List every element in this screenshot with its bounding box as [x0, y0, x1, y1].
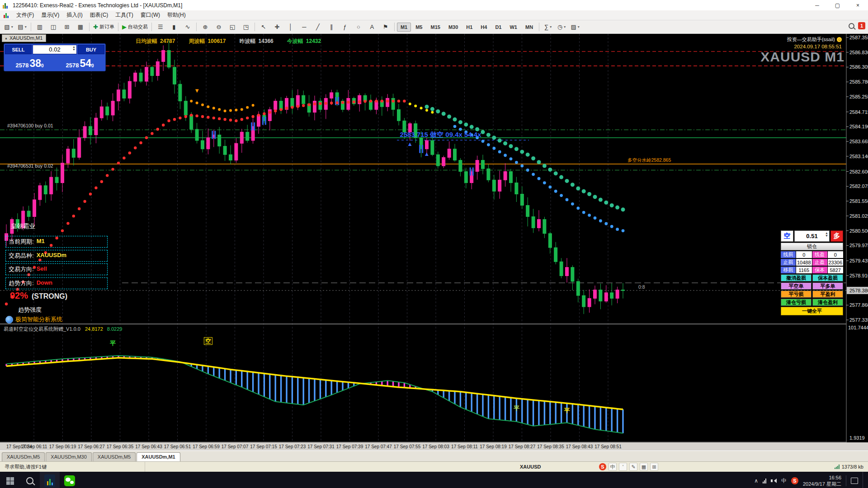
- chart-area[interactable]: #394706100 buy 0.01#394706531 buy 0.02▼▲…: [0, 34, 868, 450]
- cursor-button[interactable]: ↖: [257, 22, 270, 33]
- bar-chart-button[interactable]: ☰: [154, 22, 167, 33]
- profit-setting-button[interactable]: 止盈: [812, 259, 827, 266]
- close-all-button[interactable]: 一键全平: [781, 307, 843, 315]
- line-chart-button[interactable]: ∿: [181, 22, 194, 33]
- tile-windows-button[interactable]: ◱: [226, 22, 239, 33]
- indicators-button[interactable]: ∑▾: [542, 22, 554, 33]
- horizontal-line-button[interactable]: ─: [298, 22, 311, 33]
- menu-item-7[interactable]: 帮助(H): [164, 10, 189, 20]
- lot-down-icon[interactable]: ▼: [825, 235, 828, 237]
- ime-icon-2[interactable]: ': [619, 463, 627, 471]
- taskbar-search-button[interactable]: [20, 472, 40, 488]
- ask-price[interactable]: 2578540: [55, 55, 104, 70]
- loss-setting-button[interactable]: 线损: [781, 251, 796, 258]
- chart-symbol-tab[interactable]: ▲ XAUUSDm,M1: [2, 34, 46, 42]
- loss-setting-button[interactable]: 移损: [781, 267, 796, 273]
- tab-XAUUSDm,M1[interactable]: XAUUSDm,M1: [137, 452, 180, 461]
- menu-item-1[interactable]: 文件(F): [13, 10, 38, 20]
- timeframe-M1[interactable]: M1: [397, 23, 411, 32]
- buy-button[interactable]: BUY: [78, 45, 104, 54]
- timeframe-H4[interactable]: H4: [477, 23, 491, 32]
- lot-stepper[interactable]: 0.51 ▲▼: [794, 230, 830, 242]
- text-label-button[interactable]: A: [366, 22, 378, 33]
- loss-setting-button[interactable]: 止损: [781, 259, 796, 266]
- start-button[interactable]: [0, 472, 20, 488]
- timeframe-M30[interactable]: M30: [445, 23, 462, 32]
- network-icon[interactable]: [763, 479, 766, 483]
- volume-stepper[interactable]: 0.02 ▲▼: [33, 45, 77, 54]
- tab-XAUUSDm,M30[interactable]: XAUUSDm,M30: [46, 452, 91, 461]
- fibonacci-button[interactable]: ƒ: [339, 22, 351, 33]
- speaker-icon[interactable]: [771, 479, 777, 483]
- trade-action-button[interactable]: 平亏损: [781, 291, 811, 298]
- cascade-windows-button[interactable]: ◳: [240, 22, 252, 33]
- arrows-tool-button[interactable]: ⚑: [379, 22, 392, 33]
- data-window-button[interactable]: ◫: [47, 22, 60, 33]
- timeframe-M15[interactable]: M15: [427, 23, 443, 32]
- close-button[interactable]: ×: [848, 0, 868, 10]
- trade-action-button[interactable]: 撤消盈损: [781, 274, 811, 282]
- equidistant-channel-button[interactable]: ∥: [325, 22, 338, 33]
- taskbar-wechat-icon[interactable]: [60, 472, 80, 488]
- trade-action-button[interactable]: 平空单: [781, 282, 811, 290]
- ime-indicator[interactable]: 中: [781, 477, 787, 485]
- sell-button[interactable]: SELL: [5, 45, 32, 54]
- menu-item-2[interactable]: 显示(V): [38, 10, 63, 20]
- trendline-button[interactable]: ╱: [311, 22, 324, 33]
- periods-button[interactable]: ◷▾: [555, 22, 568, 33]
- timeframe-MN[interactable]: MN: [522, 23, 537, 32]
- navigator-button[interactable]: ⊞: [61, 22, 73, 33]
- search-icon[interactable]: [849, 23, 854, 29]
- market-watch-button[interactable]: ▥: [33, 22, 46, 33]
- timeframe-D1[interactable]: D1: [491, 23, 505, 32]
- autotrading-button[interactable]: ▶自动交易: [121, 22, 149, 33]
- trade-action-button[interactable]: 清仓亏损: [781, 299, 811, 306]
- show-desktop-button[interactable]: [863, 472, 865, 488]
- menu-item-3[interactable]: 插入(I): [63, 10, 86, 20]
- trade-action-button[interactable]: 清仓盈利: [812, 299, 843, 306]
- templates-button[interactable]: ▨▾: [569, 22, 581, 33]
- trade-action-button[interactable]: 平多单: [812, 282, 843, 290]
- zoom-out-button[interactable]: ⊖: [212, 22, 225, 33]
- menu-item-5[interactable]: 工具(T): [112, 10, 137, 20]
- menu-item-6[interactable]: 窗口(W): [137, 10, 164, 20]
- tray-expand-icon[interactable]: ∧: [754, 478, 758, 484]
- candle-chart-button[interactable]: ▮: [168, 22, 180, 33]
- sogou-icon[interactable]: S: [599, 463, 606, 470]
- terminal-button[interactable]: ▦: [74, 22, 87, 33]
- chart-canvas[interactable]: #394706100 buy 0.01#394706531 buy 0.02▼▲…: [0, 34, 868, 450]
- chart-profiles-button[interactable]: ▤▾: [16, 22, 28, 33]
- long-button[interactable]: 多: [830, 230, 843, 242]
- ime-icon-5[interactable]: ⊞: [650, 463, 658, 471]
- short-button[interactable]: 空: [781, 230, 793, 242]
- crosshair-button[interactable]: ✚: [271, 22, 283, 33]
- menu-item-4[interactable]: 图表(C): [86, 10, 112, 20]
- zoom-in-button[interactable]: ⊕: [199, 22, 212, 33]
- new-order-button[interactable]: ✚新订单: [92, 22, 116, 33]
- ime-icon-4[interactable]: ▦: [640, 463, 648, 471]
- bid-price[interactable]: 2578380: [5, 55, 54, 70]
- profit-setting-button[interactable]: 保本: [812, 267, 827, 273]
- timeframe-H1[interactable]: H1: [462, 23, 476, 32]
- vertical-line-button[interactable]: │: [284, 22, 297, 33]
- timeframe-M5[interactable]: M5: [412, 23, 426, 32]
- maximize-button[interactable]: ▢: [827, 0, 848, 10]
- taskbar-clock[interactable]: 16:56 2024/9/17 星期二: [803, 474, 841, 488]
- new-chart-button[interactable]: ▧▾: [2, 22, 15, 33]
- minimize-button[interactable]: ─: [807, 0, 827, 10]
- timeframe-W1[interactable]: W1: [506, 23, 521, 32]
- sogou-tray-icon[interactable]: S: [791, 477, 798, 484]
- lock-position-button[interactable]: 锁仓: [781, 243, 843, 250]
- tab-XAUUSDm,M5[interactable]: XAUUSDm,M5: [93, 452, 136, 461]
- shapes-button[interactable]: ○: [352, 22, 365, 33]
- volume-down-icon[interactable]: ▼: [72, 48, 75, 51]
- action-center-icon[interactable]: [851, 478, 858, 484]
- tab-XAUUSDm,M5[interactable]: XAUUSDm,M5: [2, 452, 45, 461]
- profit-setting-button[interactable]: 线盈: [812, 251, 827, 258]
- trade-action-button[interactable]: 保本盈损: [812, 274, 843, 282]
- trade-action-button[interactable]: 平盈利: [812, 291, 843, 298]
- taskbar-mt4-icon[interactable]: [40, 472, 60, 488]
- ime-icon-3[interactable]: ✎: [629, 463, 637, 471]
- ime-icon-1[interactable]: 中: [609, 463, 617, 471]
- notification-badge[interactable]: 1: [858, 22, 865, 29]
